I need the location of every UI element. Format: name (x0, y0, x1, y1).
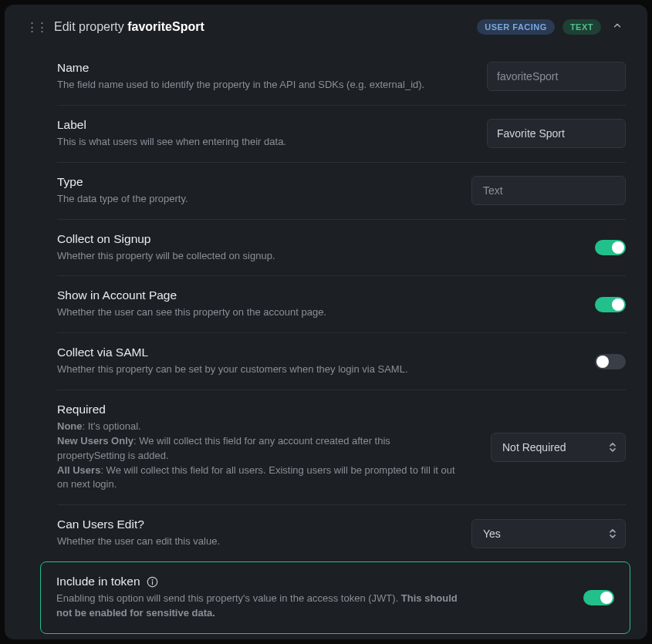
chevron-updown-icon (608, 441, 617, 453)
collect-signup-toggle[interactable] (595, 240, 626, 255)
include-token-title-text: Include in token (56, 575, 140, 588)
label-desc: This is what users will see when enterin… (57, 135, 458, 150)
row-required: Required None: It's optional. New Users … (57, 390, 626, 505)
required-select[interactable]: Not Required (491, 433, 626, 462)
row-show-account: Show in Account Page Whether the user ca… (57, 276, 626, 333)
collect-signup-desc: Whether this property will be collected … (57, 249, 458, 264)
show-account-toggle[interactable] (595, 297, 626, 312)
collapse-icon[interactable] (609, 19, 626, 35)
include-token-title: Include in token (56, 575, 568, 588)
row-include-token: Include in token Enabling this option wi… (40, 561, 630, 634)
type-value: Text (483, 184, 503, 197)
name-input[interactable] (487, 62, 626, 91)
required-all-text: : We will collect this field for all use… (57, 464, 455, 491)
required-desc: None: It's optional. New Users Only: We … (57, 420, 458, 492)
type-desc: The data type of the property. (57, 192, 456, 207)
include-token-desc: Enabling this option will send this prop… (56, 592, 458, 621)
collect-saml-desc: Whether this property can be set by your… (57, 362, 458, 377)
chevron-updown-icon (608, 528, 617, 540)
show-account-title: Show in Account Page (57, 288, 579, 302)
row-danger-zone: Danger Zone Disable (57, 634, 626, 639)
info-icon[interactable] (147, 575, 159, 588)
collect-signup-title: Collect on Signup (57, 232, 579, 246)
row-collect-saml: Collect via SAML Whether this property c… (57, 333, 626, 390)
row-collect-signup: Collect on Signup Whether this property … (57, 220, 626, 277)
panel-title: Edit property favoriteSport (54, 20, 469, 34)
collect-saml-title: Collect via SAML (57, 346, 579, 359)
include-token-toggle[interactable] (583, 590, 614, 605)
row-name: Name The field name used to identify the… (57, 49, 626, 106)
required-value: Not Required (502, 441, 566, 453)
svg-point-2 (152, 579, 153, 580)
title-property-name: favoriteSport (127, 20, 204, 33)
required-none-label: None (57, 420, 83, 432)
required-none-text: : It's optional. (83, 420, 141, 432)
can-edit-title: Can Users Edit? (57, 518, 456, 531)
badge-type-text: TEXT (562, 19, 601, 35)
name-title: Name (57, 61, 471, 75)
can-edit-select[interactable]: Yes (471, 519, 626, 548)
name-desc: The field name used to identify the prop… (57, 78, 458, 93)
edit-property-panel: ⋮⋮ Edit property favoriteSport USER FACI… (5, 5, 647, 639)
badge-user-facing: USER FACING (477, 19, 555, 35)
required-all-label: All Users (57, 464, 100, 476)
row-label: Label This is what users will see when e… (57, 106, 626, 163)
collect-saml-toggle[interactable] (595, 354, 626, 369)
label-input[interactable] (487, 119, 626, 148)
can-edit-value: Yes (483, 528, 501, 540)
required-new-label: New Users Only (57, 435, 133, 447)
label-title: Label (57, 118, 471, 132)
row-type: Type The data type of the property. Text (57, 163, 626, 220)
row-can-edit: Can Users Edit? Whether the user can edi… (57, 505, 626, 561)
show-account-desc: Whether the user can see this property o… (57, 305, 458, 320)
type-select[interactable]: Text (471, 176, 626, 205)
can-edit-desc: Whether the user can edit this value. (57, 534, 456, 549)
include-token-desc-prefix: Enabling this option will send this prop… (56, 592, 401, 604)
drag-handle-icon[interactable]: ⋮⋮ (26, 21, 46, 32)
title-prefix: Edit property (54, 20, 127, 33)
required-title: Required (57, 403, 475, 416)
type-title: Type (57, 175, 456, 189)
panel-header: ⋮⋮ Edit property favoriteSport USER FACI… (26, 19, 626, 35)
